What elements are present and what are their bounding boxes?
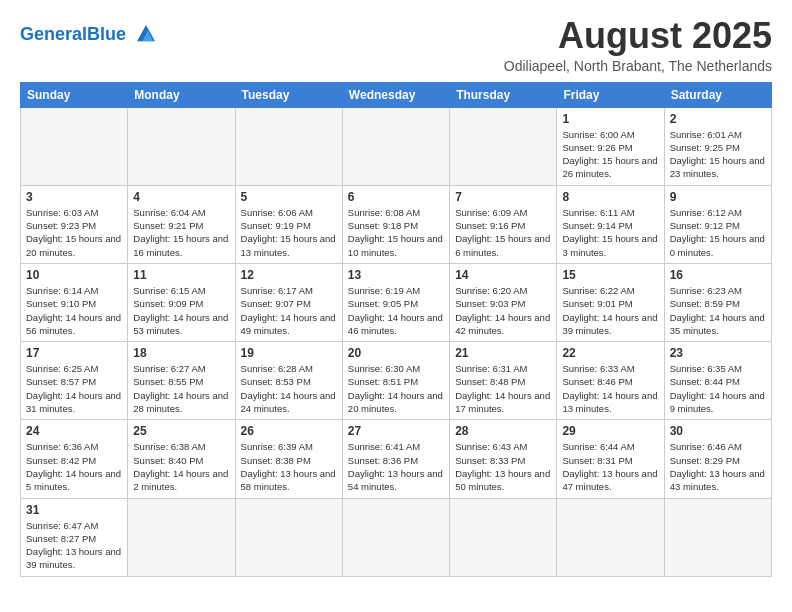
day-info: Sunrise: 6:20 AM Sunset: 9:03 PM Dayligh…	[455, 284, 551, 337]
day-info: Sunrise: 6:38 AM Sunset: 8:40 PM Dayligh…	[133, 440, 229, 493]
day-number: 3	[26, 190, 122, 204]
table-cell: 12Sunrise: 6:17 AM Sunset: 9:07 PM Dayli…	[235, 263, 342, 341]
table-cell	[235, 107, 342, 185]
col-friday: Friday	[557, 82, 664, 107]
day-number: 18	[133, 346, 229, 360]
table-cell: 19Sunrise: 6:28 AM Sunset: 8:53 PM Dayli…	[235, 342, 342, 420]
table-cell: 7Sunrise: 6:09 AM Sunset: 9:16 PM Daylig…	[450, 185, 557, 263]
day-info: Sunrise: 6:27 AM Sunset: 8:55 PM Dayligh…	[133, 362, 229, 415]
day-number: 7	[455, 190, 551, 204]
col-monday: Monday	[128, 82, 235, 107]
table-cell: 23Sunrise: 6:35 AM Sunset: 8:44 PM Dayli…	[664, 342, 771, 420]
day-number: 1	[562, 112, 658, 126]
calendar-subtitle: Odiliapeel, North Brabant, The Netherlan…	[504, 58, 772, 74]
day-number: 17	[26, 346, 122, 360]
day-number: 6	[348, 190, 444, 204]
table-cell: 8Sunrise: 6:11 AM Sunset: 9:14 PM Daylig…	[557, 185, 664, 263]
day-number: 27	[348, 424, 444, 438]
table-cell: 3Sunrise: 6:03 AM Sunset: 9:23 PM Daylig…	[21, 185, 128, 263]
table-cell	[128, 107, 235, 185]
day-info: Sunrise: 6:46 AM Sunset: 8:29 PM Dayligh…	[670, 440, 766, 493]
day-info: Sunrise: 6:28 AM Sunset: 8:53 PM Dayligh…	[241, 362, 337, 415]
table-cell: 18Sunrise: 6:27 AM Sunset: 8:55 PM Dayli…	[128, 342, 235, 420]
day-number: 21	[455, 346, 551, 360]
table-cell: 24Sunrise: 6:36 AM Sunset: 8:42 PM Dayli…	[21, 420, 128, 498]
day-info: Sunrise: 6:06 AM Sunset: 9:19 PM Dayligh…	[241, 206, 337, 259]
calendar-title: August 2025	[504, 16, 772, 56]
day-number: 12	[241, 268, 337, 282]
table-cell: 21Sunrise: 6:31 AM Sunset: 8:48 PM Dayli…	[450, 342, 557, 420]
day-info: Sunrise: 6:47 AM Sunset: 8:27 PM Dayligh…	[26, 519, 122, 572]
logo-text: GeneralBlue	[20, 25, 126, 43]
day-number: 2	[670, 112, 766, 126]
table-cell	[342, 498, 449, 576]
table-cell: 28Sunrise: 6:43 AM Sunset: 8:33 PM Dayli…	[450, 420, 557, 498]
day-number: 14	[455, 268, 551, 282]
day-info: Sunrise: 6:39 AM Sunset: 8:38 PM Dayligh…	[241, 440, 337, 493]
day-number: 29	[562, 424, 658, 438]
col-wednesday: Wednesday	[342, 82, 449, 107]
table-cell: 29Sunrise: 6:44 AM Sunset: 8:31 PM Dayli…	[557, 420, 664, 498]
table-cell: 26Sunrise: 6:39 AM Sunset: 8:38 PM Dayli…	[235, 420, 342, 498]
day-number: 28	[455, 424, 551, 438]
table-cell	[21, 107, 128, 185]
table-cell: 22Sunrise: 6:33 AM Sunset: 8:46 PM Dayli…	[557, 342, 664, 420]
page: GeneralBlue August 2025 Odiliapeel, Nort…	[0, 0, 792, 587]
calendar-header-row: Sunday Monday Tuesday Wednesday Thursday…	[21, 82, 772, 107]
day-info: Sunrise: 6:12 AM Sunset: 9:12 PM Dayligh…	[670, 206, 766, 259]
day-number: 9	[670, 190, 766, 204]
day-number: 20	[348, 346, 444, 360]
day-info: Sunrise: 6:15 AM Sunset: 9:09 PM Dayligh…	[133, 284, 229, 337]
table-cell	[342, 107, 449, 185]
day-info: Sunrise: 6:44 AM Sunset: 8:31 PM Dayligh…	[562, 440, 658, 493]
table-cell: 20Sunrise: 6:30 AM Sunset: 8:51 PM Dayli…	[342, 342, 449, 420]
day-info: Sunrise: 6:01 AM Sunset: 9:25 PM Dayligh…	[670, 128, 766, 181]
day-info: Sunrise: 6:09 AM Sunset: 9:16 PM Dayligh…	[455, 206, 551, 259]
col-sunday: Sunday	[21, 82, 128, 107]
day-number: 16	[670, 268, 766, 282]
table-cell: 31Sunrise: 6:47 AM Sunset: 8:27 PM Dayli…	[21, 498, 128, 576]
table-cell	[450, 498, 557, 576]
table-cell: 1Sunrise: 6:00 AM Sunset: 9:26 PM Daylig…	[557, 107, 664, 185]
day-info: Sunrise: 6:43 AM Sunset: 8:33 PM Dayligh…	[455, 440, 551, 493]
day-info: Sunrise: 6:22 AM Sunset: 9:01 PM Dayligh…	[562, 284, 658, 337]
table-cell: 2Sunrise: 6:01 AM Sunset: 9:25 PM Daylig…	[664, 107, 771, 185]
day-info: Sunrise: 6:36 AM Sunset: 8:42 PM Dayligh…	[26, 440, 122, 493]
day-number: 19	[241, 346, 337, 360]
day-info: Sunrise: 6:00 AM Sunset: 9:26 PM Dayligh…	[562, 128, 658, 181]
day-number: 4	[133, 190, 229, 204]
table-cell	[450, 107, 557, 185]
table-cell: 15Sunrise: 6:22 AM Sunset: 9:01 PM Dayli…	[557, 263, 664, 341]
table-cell: 14Sunrise: 6:20 AM Sunset: 9:03 PM Dayli…	[450, 263, 557, 341]
day-info: Sunrise: 6:04 AM Sunset: 9:21 PM Dayligh…	[133, 206, 229, 259]
table-cell	[557, 498, 664, 576]
logo-blue: Blue	[87, 24, 126, 44]
table-cell	[664, 498, 771, 576]
day-number: 31	[26, 503, 122, 517]
table-cell: 17Sunrise: 6:25 AM Sunset: 8:57 PM Dayli…	[21, 342, 128, 420]
day-info: Sunrise: 6:25 AM Sunset: 8:57 PM Dayligh…	[26, 362, 122, 415]
day-info: Sunrise: 6:11 AM Sunset: 9:14 PM Dayligh…	[562, 206, 658, 259]
day-number: 11	[133, 268, 229, 282]
logo-general: General	[20, 24, 87, 44]
logo-icon	[128, 16, 164, 52]
day-number: 8	[562, 190, 658, 204]
table-cell: 6Sunrise: 6:08 AM Sunset: 9:18 PM Daylig…	[342, 185, 449, 263]
day-info: Sunrise: 6:33 AM Sunset: 8:46 PM Dayligh…	[562, 362, 658, 415]
day-number: 15	[562, 268, 658, 282]
day-info: Sunrise: 6:17 AM Sunset: 9:07 PM Dayligh…	[241, 284, 337, 337]
day-number: 26	[241, 424, 337, 438]
table-cell: 10Sunrise: 6:14 AM Sunset: 9:10 PM Dayli…	[21, 263, 128, 341]
col-saturday: Saturday	[664, 82, 771, 107]
col-thursday: Thursday	[450, 82, 557, 107]
day-number: 13	[348, 268, 444, 282]
day-number: 5	[241, 190, 337, 204]
day-number: 23	[670, 346, 766, 360]
day-info: Sunrise: 6:30 AM Sunset: 8:51 PM Dayligh…	[348, 362, 444, 415]
table-cell: 5Sunrise: 6:06 AM Sunset: 9:19 PM Daylig…	[235, 185, 342, 263]
day-info: Sunrise: 6:14 AM Sunset: 9:10 PM Dayligh…	[26, 284, 122, 337]
day-number: 30	[670, 424, 766, 438]
day-number: 10	[26, 268, 122, 282]
table-cell: 16Sunrise: 6:23 AM Sunset: 8:59 PM Dayli…	[664, 263, 771, 341]
title-block: August 2025 Odiliapeel, North Brabant, T…	[504, 16, 772, 74]
